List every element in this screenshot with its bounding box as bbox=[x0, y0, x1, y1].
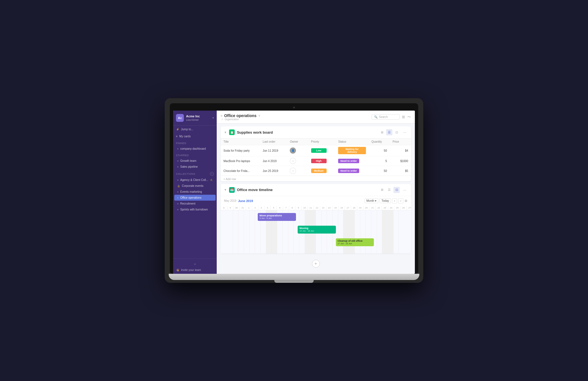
row-price: $4 bbox=[390, 145, 411, 156]
sidebar-item-sales-pipeline[interactable]: ≡ Sales pipeline bbox=[174, 164, 216, 170]
sidebar-item-recruitment[interactable]: ≡ Recruitment bbox=[174, 201, 216, 207]
board-menu-button[interactable]: ··· bbox=[402, 130, 408, 135]
priority-badge: Low bbox=[311, 148, 327, 153]
sidebar-item-corporate-events[interactable]: 🔒 Corporate events bbox=[174, 183, 216, 189]
date-cell: 4 bbox=[264, 206, 271, 210]
laptop-foot bbox=[274, 280, 314, 283]
row-status: Waiting for delivery bbox=[335, 145, 368, 156]
timeline-prev-button[interactable]: ‹ bbox=[392, 198, 397, 203]
timeline-view-icons: ⊞ ☰ ⊡ bbox=[379, 187, 400, 193]
invite-team-button[interactable]: 👋 Invite your team bbox=[176, 268, 214, 272]
board-view-icons: ⊞ ☰ ⊡ bbox=[379, 129, 400, 135]
timeline-month-nav: May 2019 June 2019 bbox=[224, 199, 362, 203]
activity-view-icon[interactable]: 〜 bbox=[407, 115, 411, 120]
search-box[interactable]: 🔍 Search bbox=[372, 114, 400, 120]
timeline-settings-icon[interactable]: ⚙ bbox=[404, 199, 408, 203]
chart-view-btn[interactable]: ⊡ bbox=[393, 129, 400, 135]
laptop-camera bbox=[293, 107, 295, 108]
row-owner: + bbox=[287, 156, 308, 166]
add-row-button[interactable]: + Add row bbox=[221, 176, 411, 181]
date-cell: 9 bbox=[295, 206, 302, 210]
col-header-priority: Priorty bbox=[308, 138, 336, 145]
avatar: Ac bbox=[176, 114, 184, 122]
sidebar-item-events-marketing[interactable]: ≡ Events marketing bbox=[174, 189, 216, 195]
sidebar-item-label: Recruitment bbox=[180, 202, 195, 205]
board-title: Supplies work board bbox=[237, 130, 377, 135]
star-icon[interactable]: ☆ bbox=[221, 118, 223, 121]
timeline-collapse-icon[interactable]: ▼ bbox=[224, 188, 227, 191]
timeline-month-select[interactable]: Month ▾ bbox=[365, 198, 379, 203]
agency-icon: ≡ bbox=[177, 179, 178, 181]
add-board-button[interactable]: + bbox=[312, 260, 320, 268]
search-icon: 🔍 bbox=[374, 115, 377, 118]
pinned-label: Pinned bbox=[173, 140, 217, 146]
timeline-view-btn[interactable]: ⊡ bbox=[393, 187, 400, 193]
jump-to-button[interactable]: ⚡ Jump to... bbox=[173, 125, 217, 133]
date-cell: 31 bbox=[240, 206, 246, 210]
list-view-btn[interactable]: ☰ bbox=[386, 187, 392, 193]
timeline-menu-button[interactable]: ··· bbox=[402, 188, 408, 192]
event-label: Cleanup of old office bbox=[338, 239, 372, 242]
recruitment-icon: ≡ bbox=[177, 202, 178, 205]
date-cell: 5 bbox=[271, 206, 277, 210]
status-badge: Need to order bbox=[338, 159, 359, 163]
page-body: ▼ 📋 Supplies work board ⊞ ☰ ⊡ ··· bbox=[217, 124, 415, 274]
bolt-icon: ⚡ bbox=[176, 128, 179, 131]
table-row[interactable]: Soda for Friday party Jun 11 2019 👤 Low bbox=[221, 145, 411, 156]
timeline-header: ▼ 📅 Office move timeline ⊞ ☰ ⊡ ··· bbox=[221, 184, 411, 196]
jump-to-label: Jump to... bbox=[181, 128, 193, 131]
breadcrumb-text: Organization bbox=[225, 118, 239, 121]
table-row[interactable]: MacBook Pro laptops Jun 4 2019 + High bbox=[221, 156, 411, 166]
status-badge: Waiting for delivery bbox=[338, 147, 366, 154]
event-sub-label: 17 Jun - 23 Jun bbox=[338, 242, 372, 245]
company-user: Liza Kinner bbox=[186, 118, 200, 121]
growth-icon: ≡ bbox=[177, 160, 178, 162]
board-color-badge: 📋 bbox=[229, 129, 235, 135]
sidebar-item-label: Events marketing bbox=[180, 190, 202, 193]
timeline-nav-row: May 2019 June 2019 Month ▾ Today ‹ › bbox=[221, 196, 411, 206]
timeline-today-button[interactable]: Today bbox=[379, 198, 391, 203]
kanban-view-btn[interactable]: ⊞ bbox=[379, 187, 385, 193]
event-sub-label: 3 Jun - 9 Jun bbox=[259, 217, 294, 219]
timeline-next-button[interactable]: › bbox=[398, 198, 403, 203]
add-collection-button[interactable]: + bbox=[210, 172, 214, 176]
timeline-event-cleanup[interactable]: Cleanup of old office 17 Jun - 23 Jun bbox=[336, 238, 374, 246]
kanban-view-btn[interactable]: ⊞ bbox=[379, 129, 385, 135]
sidebar-item-agency-client[interactable]: ≡ Agency & Client Coll... 🔔 bbox=[174, 177, 216, 183]
col-header-owner: Owner bbox=[287, 138, 308, 145]
timeline-month-secondary: May 2019 bbox=[224, 199, 236, 202]
sidebar-item-company-dashboard[interactable]: ≡ company-dashboard bbox=[174, 146, 216, 152]
sidebar-item-growth-team[interactable]: ≡ Growth team bbox=[174, 158, 216, 164]
timeline-title: Office move timeline bbox=[237, 188, 377, 192]
sidebar-header[interactable]: Ac Acme Inc Liza Kinner ▾ bbox=[173, 111, 217, 125]
row-lastorder: Jun 25 2019 bbox=[260, 166, 287, 176]
my-cards-item[interactable]: ≡ My cards bbox=[173, 133, 217, 140]
sidebar-item-office-operations[interactable]: ≡ Office operations bbox=[174, 195, 216, 201]
office-icon: ≡ bbox=[177, 196, 178, 199]
date-cell: 22 bbox=[376, 206, 382, 210]
topbar-right: 🔍 Search ⊞ 〜 bbox=[372, 114, 411, 120]
timeline-scroll-left[interactable]: « bbox=[221, 206, 227, 210]
priority-badge: High bbox=[311, 159, 327, 163]
owner-avatar: 👤 bbox=[290, 147, 296, 154]
row-title: Chocolate for Frida... bbox=[221, 166, 260, 176]
row-priority: Low bbox=[308, 145, 336, 156]
row-quantity: 5 bbox=[369, 156, 390, 166]
sidebar-chevron-icon: ▾ bbox=[212, 116, 214, 119]
list-view-btn[interactable]: ☰ bbox=[386, 129, 392, 135]
supplies-table: Title Last order Owner Priorty Status Qu… bbox=[221, 138, 411, 176]
date-cell: 25 bbox=[394, 206, 401, 210]
timeline-event-moving[interactable]: Moving 10 Jun - 16 Jun bbox=[298, 226, 336, 234]
board-collapse-icon[interactable]: ▼ bbox=[224, 131, 227, 134]
owner-avatar-empty: + bbox=[290, 168, 296, 174]
supplies-board: ▼ 📋 Supplies work board ⊞ ☰ ⊡ ··· bbox=[221, 126, 411, 181]
timeline-event-move-preparations[interactable]: Move preparations 3 Jun - 9 Jun bbox=[258, 213, 296, 221]
date-cell: 30 bbox=[234, 206, 240, 210]
date-cell: 15 bbox=[333, 206, 339, 210]
sidebar-collapse-button[interactable]: « bbox=[176, 261, 214, 267]
grid-view-icon[interactable]: ⊞ bbox=[402, 115, 405, 119]
laptop-frame: Ac Acme Inc Liza Kinner ▾ ⚡ Jump to... ≡… bbox=[165, 98, 423, 283]
topbar-chevron-icon[interactable]: ∨ bbox=[258, 114, 260, 117]
table-row[interactable]: Chocolate for Frida... Jun 25 2019 + Med… bbox=[221, 166, 411, 176]
sidebar-item-sprints-burndown[interactable]: ≡ Sprints with burndown bbox=[174, 207, 216, 212]
